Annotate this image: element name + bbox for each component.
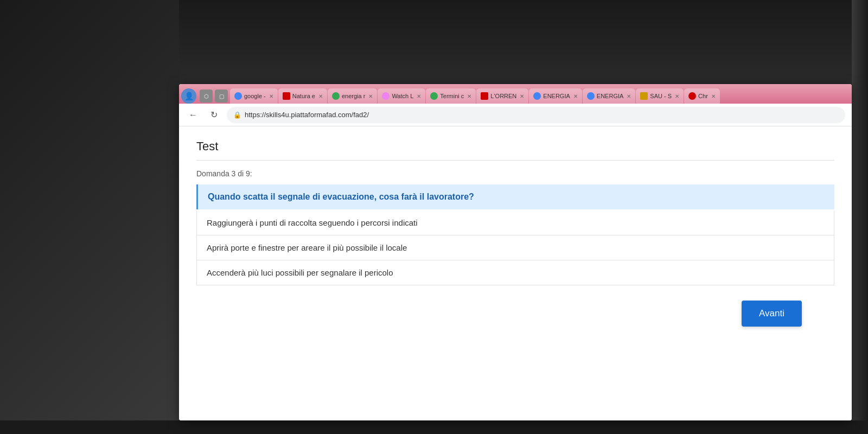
- tab-energia3[interactable]: ENERGIA ✕: [583, 88, 636, 104]
- tab-close-icon[interactable]: ✕: [318, 93, 323, 99]
- tab-close-icon[interactable]: ✕: [675, 93, 679, 99]
- tab-close-icon[interactable]: ✕: [520, 93, 524, 99]
- profile-icon[interactable]: 👤: [181, 88, 196, 104]
- tab-lorren[interactable]: L'ORREN ✕: [476, 88, 528, 104]
- avanti-container: Avanti: [196, 301, 834, 327]
- extensions-icon[interactable]: ⬡: [200, 90, 213, 103]
- tab-close-icon[interactable]: ✕: [573, 93, 578, 99]
- page-content: Test Domanda 3 di 9: Quando scatta il se…: [179, 126, 852, 420]
- address-bar: ← ↻ 🔒 https://skills4u.piattaformafad.co…: [179, 104, 852, 126]
- back-button[interactable]: ←: [186, 107, 201, 123]
- tab-close-icon[interactable]: ✕: [368, 93, 373, 99]
- tab-natura[interactable]: Natura e ✕: [278, 88, 327, 104]
- tab-close-icon[interactable]: ✕: [269, 93, 273, 99]
- tab-termini[interactable]: Termini c ✕: [426, 88, 476, 104]
- tab-close-icon[interactable]: ✕: [417, 93, 421, 99]
- answer-option-2[interactable]: Aprirà porte e finestre per areare il pi…: [196, 235, 834, 260]
- tab-chr[interactable]: Chr ✕: [684, 88, 720, 104]
- url-text: https://skills4u.piattaformafad.com/fad2…: [245, 111, 369, 119]
- tab-bar: 👤 ⬡ ▢ google - ✕ Natura e ✕ energia r ✕: [179, 84, 852, 104]
- page-title: Test: [196, 139, 834, 161]
- windows-icon[interactable]: ▢: [215, 90, 228, 103]
- answer-option-1[interactable]: Raggiungerà i punti di raccolta seguendo…: [196, 210, 834, 235]
- answer-text-1: Raggiungerà i punti di raccolta seguendo…: [207, 218, 418, 227]
- browser-window: 👤 ⬡ ▢ google - ✕ Natura e ✕ energia r ✕: [179, 84, 852, 420]
- url-bar[interactable]: 🔒 https://skills4u.piattaformafad.com/fa…: [227, 107, 845, 123]
- tab-close-icon[interactable]: ✕: [627, 93, 631, 99]
- answer-option-3[interactable]: Accenderà più luci possibili per segnala…: [196, 260, 834, 285]
- tab-sau[interactable]: SAU - S ✕: [636, 88, 684, 104]
- question-box: Quando scatta il segnale di evacuazione,…: [196, 184, 834, 209]
- question-counter: Domanda 3 di 9:: [196, 169, 834, 178]
- answer-text-2: Aprirà porte e finestre per areare il pi…: [207, 243, 407, 252]
- tab-google[interactable]: google - ✕: [230, 88, 278, 104]
- tab-watch[interactable]: Watch L ✕: [378, 88, 425, 104]
- lock-icon: 🔒: [233, 111, 241, 119]
- tab-close-icon[interactable]: ✕: [711, 93, 716, 99]
- question-text: Quando scatta il segnale di evacuazione,…: [208, 192, 474, 201]
- tabs-container: google - ✕ Natura e ✕ energia r ✕ Watch …: [230, 88, 850, 104]
- avanti-button[interactable]: Avanti: [742, 301, 802, 327]
- answer-text-3: Accenderà più luci possibili per segnala…: [207, 268, 393, 277]
- tab-energia2[interactable]: ENERGIA ✕: [529, 88, 582, 104]
- refresh-button[interactable]: ↻: [206, 107, 221, 123]
- tab-energia1[interactable]: energia r ✕: [328, 88, 377, 104]
- tab-close-icon[interactable]: ✕: [467, 93, 471, 99]
